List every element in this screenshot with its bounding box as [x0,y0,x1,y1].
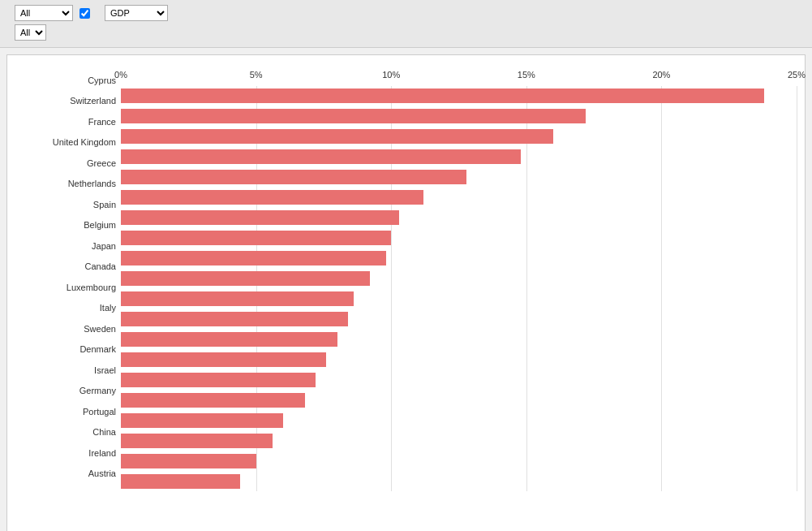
bar[interactable] [121,312,348,326]
bar[interactable] [121,352,326,367]
y-label: France [15,112,121,132]
y-label: Japan [15,236,121,256]
bar-row [121,391,797,410]
bar-row [121,208,797,227]
grid-line [797,86,797,491]
y-label: Sweden [15,319,121,339]
bars-container [121,86,797,491]
bar-row [121,228,797,248]
x-tick: 25% [788,70,806,80]
y-axis: CyprusSwitzerlandFranceUnited KingdomGre… [15,70,121,484]
bar[interactable] [121,231,391,245]
bar[interactable] [121,109,586,123]
bar-row [121,411,797,430]
normalize-checkbox[interactable] [79,8,90,19]
bar[interactable] [121,190,423,205]
x-tick: 15% [518,70,535,80]
bar-row [121,269,797,288]
y-label: Belgium [15,215,121,235]
y-label: Canada [15,257,121,276]
x-tick: 0% [114,70,127,80]
bar[interactable] [121,332,337,347]
bar[interactable] [121,454,256,468]
y-label: Germany [15,381,121,400]
bar-row [121,451,797,471]
bar[interactable] [121,210,399,225]
bar-row [121,289,797,309]
bar[interactable] [121,291,354,306]
bar[interactable] [121,149,521,164]
region-row: All Europe Americas Asia Other GDP Popul… [8,5,804,21]
bar[interactable] [121,393,305,408]
bar[interactable] [121,271,370,286]
bar-row [121,431,797,451]
top-controls: All Europe Americas Asia Other GDP Popul… [0,0,812,48]
y-label: Spain [15,195,121,214]
bar[interactable] [121,251,386,266]
bar-row [121,248,797,268]
bar-row [121,188,797,207]
y-label: Greece [15,153,121,173]
y-label: Switzerland [15,91,121,110]
bar-row [121,350,797,369]
y-label: Ireland [15,443,121,463]
bar-row [121,472,797,491]
bar[interactable] [121,170,466,184]
bar-row [121,330,797,349]
bar-row [121,309,797,329]
country-select[interactable]: All [15,24,46,41]
bar-row [121,127,797,146]
bars-section: 0%5%10%15%20%25% [121,70,797,484]
x-tick: 5% [250,70,263,80]
x-axis-row: 0%5%10%15%20%25% [121,70,797,84]
bar[interactable] [121,373,316,387]
y-label: Denmark [15,339,121,359]
y-label: Luxembourg [15,278,121,297]
normalize-select[interactable]: GDP Population None [105,5,168,21]
chart-body: CyprusSwitzerlandFranceUnited KingdomGre… [15,70,797,484]
y-label: Austria [15,464,121,483]
region-select[interactable]: All Europe Americas Asia Other [15,5,73,21]
chart-area: CyprusSwitzerlandFranceUnited KingdomGre… [6,54,806,531]
bar[interactable] [121,413,283,428]
bar-row [121,147,797,166]
country-row: All [8,24,804,41]
bar-row [121,370,797,390]
bar[interactable] [121,434,273,448]
bar[interactable] [121,474,240,489]
y-label: China [15,422,121,442]
bar-row [121,167,797,187]
bar[interactable] [121,88,764,103]
y-label: Portugal [15,402,121,421]
bar-row [121,106,797,126]
bar-row [121,86,797,106]
y-label: Italy [15,298,121,317]
bars-with-grid [121,86,797,491]
y-label: United Kingdom [15,132,121,152]
y-label: Netherlands [15,174,121,193]
bar[interactable] [121,129,553,144]
y-label: Cyprus [15,71,121,90]
y-label: Israel [15,360,121,380]
x-tick: 10% [382,70,400,80]
x-tick: 20% [652,70,670,80]
